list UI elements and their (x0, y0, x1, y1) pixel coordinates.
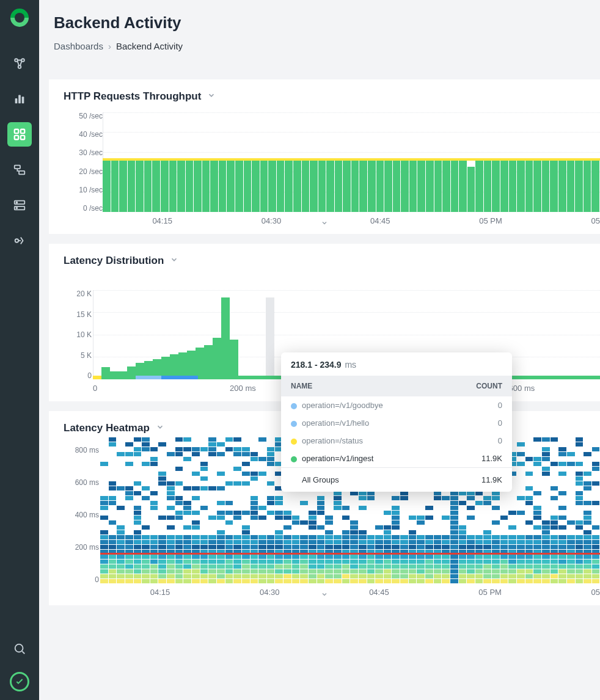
heatmap-cell (109, 540, 117, 544)
heatmap-cell (434, 496, 442, 500)
sidebar-item-services[interactable] (7, 158, 32, 182)
heatmap-cell (525, 472, 533, 476)
heatmap-cell (584, 540, 591, 544)
heatmap-cell (417, 574, 425, 578)
heatmap-cell (150, 535, 158, 539)
latency-dist-chart[interactable]: 20 K 15 K 10 K 5 K 0 (49, 273, 600, 395)
heatmap-cell (200, 520, 208, 525)
heatmap-cell (117, 520, 125, 525)
heatmap-cell (384, 569, 392, 574)
heatmap-cell (375, 579, 383, 583)
heatmap-cell (183, 574, 191, 578)
heatmap-cell (317, 496, 325, 500)
heatmap-cell (225, 560, 233, 564)
heatmap-cell (384, 579, 392, 583)
heatmap-cell (384, 530, 392, 534)
heatmap-cell (225, 496, 233, 500)
heatmap-cell (158, 472, 166, 476)
sidebar-item-traces[interactable] (7, 228, 32, 253)
heatmap-cell (317, 569, 325, 574)
heatmap-cell (450, 545, 458, 549)
heatmap-cell (375, 491, 383, 495)
heatmap-cell (459, 506, 467, 510)
panel-expand[interactable] (321, 589, 328, 600)
heatmap-cell (258, 486, 266, 490)
heatmap-cell (392, 569, 400, 574)
panel-menu-icon[interactable] (170, 255, 178, 266)
heatmap-cell (400, 535, 408, 539)
heatmap-cell (592, 442, 600, 447)
heatmap-cell (192, 511, 200, 515)
heatmap-col (125, 447, 133, 583)
heatmap-cell (384, 525, 392, 530)
heatmap-cell (334, 560, 342, 564)
connection-status[interactable] (10, 672, 29, 691)
heatmap-cell (109, 447, 117, 451)
throughput-x-axis: 04:15 04:30 04:45 05 PM 05 (103, 216, 600, 225)
heatmap-cell (409, 520, 417, 525)
heatmap-cell (342, 530, 350, 534)
heatmap-cell (300, 560, 308, 564)
heatmap-cell (158, 574, 166, 578)
heatmap-cell (258, 437, 266, 442)
heatmap-cell (142, 462, 150, 466)
heatmap-cell (117, 467, 125, 471)
heatmap-cell (175, 530, 183, 534)
heatmap-cell (425, 574, 433, 578)
heatmap-cell (567, 511, 575, 515)
heatmap-cell (584, 481, 591, 486)
heatmap-cell (192, 520, 200, 525)
heatmap-cell (217, 569, 225, 574)
heatmap-cell (192, 462, 200, 466)
heatmap-cell (392, 511, 400, 515)
heatmap-cell (384, 560, 392, 564)
heatmap-cell (558, 525, 566, 530)
app-logo-icon[interactable] (10, 9, 29, 27)
heatmap-cell (442, 511, 450, 515)
heatmap-cell (525, 516, 533, 520)
heatmap-cell (517, 545, 525, 549)
heatmap-cell (300, 555, 308, 559)
throughput-bar (517, 161, 525, 212)
heatmap-cell (392, 496, 400, 500)
heatmap-cell (284, 555, 291, 559)
heatmap-cell (267, 496, 275, 500)
heatmap-cell (592, 447, 600, 451)
heatmap-cell (434, 530, 442, 534)
heatmap-cell (109, 530, 117, 534)
heatmap-cell (150, 501, 158, 505)
heatmap-cell (567, 486, 575, 490)
panel-menu-icon[interactable] (207, 91, 216, 102)
sidebar-item-topology[interactable] (7, 51, 32, 76)
heatmap-cell (217, 525, 225, 530)
heatmap-cell (217, 481, 225, 486)
sidebar-item-metrics[interactable] (7, 87, 32, 111)
heatmap-cell (233, 437, 241, 442)
heatmap-cell (592, 520, 600, 525)
heatmap-cell (584, 511, 591, 515)
heatmap-cell (225, 476, 233, 481)
sidebar-item-servers[interactable] (7, 193, 32, 217)
heatmap-cell (300, 520, 308, 525)
heatmap-cell (208, 579, 216, 583)
sidebar-item-dashboards[interactable] (7, 122, 32, 147)
heatmap-cell (350, 560, 358, 564)
heatmap-cell (576, 525, 584, 530)
throughput-bar (119, 161, 127, 212)
sidebar-search[interactable] (7, 636, 32, 661)
svg-rect-4 (18, 95, 21, 104)
heatmap-cell (233, 472, 241, 476)
heatmap-cell (158, 525, 166, 530)
heatmap-cell (142, 579, 150, 583)
throughput-chart[interactable]: 50 /sec 40 /sec 30 /sec 20 /sec 10 /sec … (49, 109, 600, 228)
heatmap-cell (459, 496, 467, 500)
heatmap-cell (100, 516, 108, 520)
heatmap-cell (292, 555, 300, 559)
panel-expand[interactable] (321, 218, 328, 229)
breadcrumb-root[interactable]: Dashboards (54, 41, 103, 51)
heatmap-cell (258, 525, 266, 530)
heatmap-cell (208, 535, 216, 539)
panel-menu-icon[interactable] (156, 423, 164, 434)
heatmap-cell (384, 496, 392, 500)
heatmap-cell (258, 569, 266, 574)
